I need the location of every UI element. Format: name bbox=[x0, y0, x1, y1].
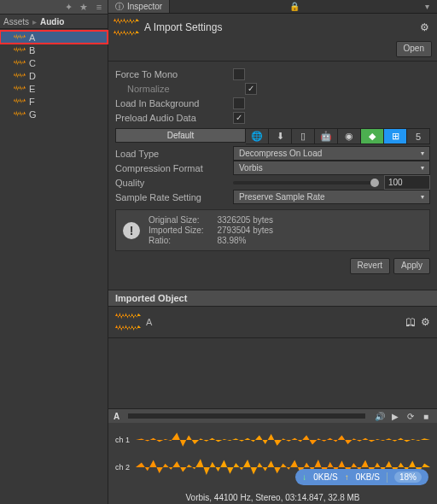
ratio-value: 83.98% bbox=[217, 236, 273, 245]
tree-item-label: D bbox=[29, 71, 36, 81]
tab-xbox[interactable]: ◆ bbox=[361, 128, 384, 144]
tab-standalone[interactable]: 🌐 bbox=[246, 128, 269, 144]
load-type-label: Load Type bbox=[115, 149, 226, 159]
tab-ios[interactable]: ▯ bbox=[292, 128, 315, 144]
sample-rate-label: Sample Rate Setting bbox=[115, 192, 226, 202]
tree-item-a[interactable]: A bbox=[0, 31, 108, 44]
tab-bar: ⓘ Inspector 🔒 ▾ bbox=[108, 0, 437, 14]
audio-clip-icon bbox=[115, 312, 141, 332]
tree-item-g[interactable]: G bbox=[0, 108, 108, 120]
sample-rate-dropdown[interactable]: Preserve Sample Rate bbox=[233, 190, 430, 204]
revert-button[interactable]: Revert bbox=[350, 258, 390, 274]
favorite-icon[interactable]: ★ bbox=[79, 2, 89, 12]
upload-arrow-icon: ↑ bbox=[345, 472, 349, 482]
tree-item-label: G bbox=[29, 109, 37, 120]
open-button[interactable]: Open bbox=[396, 41, 432, 57]
tree-item-e[interactable]: E bbox=[0, 82, 108, 95]
download-arrow-icon: ↓ bbox=[302, 472, 306, 482]
tab-webgl[interactable]: 5 bbox=[407, 128, 430, 144]
play-icon[interactable]: ▶ bbox=[389, 410, 401, 422]
inspector-panel: ⓘ Inspector 🔒 ▾ A Import Settings ⚙ Open… bbox=[108, 0, 437, 504]
gear-icon[interactable]: ⚙ bbox=[421, 316, 430, 328]
tree-item-f[interactable]: F bbox=[0, 95, 108, 108]
audio-clip-icon bbox=[114, 17, 139, 38]
normalize-label: Normalize bbox=[115, 84, 238, 94]
audio-clip-icon bbox=[14, 59, 26, 67]
breadcrumb-folder[interactable]: Audio bbox=[40, 17, 64, 26]
breadcrumb-sep-icon: ▸ bbox=[32, 17, 37, 26]
tree-item-c[interactable]: C bbox=[0, 56, 108, 69]
imported-preview: A 🕮 ⚙ bbox=[108, 307, 437, 337]
audio-clip-icon bbox=[14, 110, 26, 119]
overlay-percent: 18% bbox=[394, 472, 422, 483]
load-type-dropdown[interactable]: Decompress On Load bbox=[233, 146, 430, 161]
network-overlay: ↓ 0KB/S ↑ 0KB/S 18% bbox=[295, 469, 428, 485]
channel-1-label: ch 1 bbox=[115, 436, 132, 444]
transport-bar: A 🔊 ▶ ⟳ ■ bbox=[108, 408, 437, 423]
preload-label: Preload Audio Data bbox=[115, 113, 226, 123]
force-to-mono-label: Force To Mono bbox=[115, 69, 226, 79]
tab-android[interactable]: 🤖 bbox=[315, 128, 338, 144]
help-icon[interactable]: 🕮 bbox=[405, 316, 416, 328]
audio-format-footer: Vorbis, 44100 Hz, Stereo, 03:14.847, 32.… bbox=[108, 491, 437, 504]
imported-object-header: Imported Object bbox=[108, 290, 437, 307]
lock-icon[interactable]: 🔒 bbox=[288, 1, 300, 13]
orig-size-value: 3326205 bytes bbox=[217, 215, 273, 225]
upload-speed: 0KB/S bbox=[356, 472, 380, 482]
preview-name: A bbox=[146, 317, 152, 327]
create-icon[interactable]: ✦ bbox=[63, 2, 73, 12]
comp-fmt-dropdown[interactable]: Vorbis bbox=[233, 161, 430, 175]
dropdown-value: Preserve Sample Rate bbox=[239, 192, 325, 202]
normalize-checkbox: ✓ bbox=[245, 83, 257, 95]
preload-checkbox[interactable]: ✓ bbox=[233, 112, 245, 124]
tab-inspector[interactable]: ⓘ Inspector bbox=[108, 0, 170, 13]
tree-item-label: A bbox=[29, 32, 35, 43]
tree-item-label: F bbox=[29, 97, 35, 107]
dropdown-value: Vorbis bbox=[239, 163, 263, 173]
tab-download-icon[interactable]: ⬇ bbox=[269, 128, 292, 144]
breadcrumb-root[interactable]: Assets bbox=[3, 17, 29, 26]
audio-clip-icon bbox=[14, 33, 26, 42]
tree-item-label: B bbox=[29, 45, 35, 56]
gear-icon[interactable]: ⚙ bbox=[420, 21, 432, 33]
context-menu-icon[interactable]: ▾ bbox=[422, 1, 434, 13]
info-icon: ! bbox=[123, 222, 140, 239]
audio-clip-icon bbox=[14, 72, 26, 80]
audio-clip-icon bbox=[14, 97, 26, 106]
orig-size-label: Original Size: bbox=[149, 215, 203, 225]
channel-2-label: ch 2 bbox=[115, 463, 132, 472]
tree-item-d[interactable]: D bbox=[0, 69, 108, 82]
load-bg-label: Load In Background bbox=[115, 98, 226, 108]
tab-default[interactable]: Default bbox=[115, 128, 246, 143]
imp-size-value: 2793504 bytes bbox=[217, 226, 273, 235]
tree-item-label: C bbox=[29, 58, 36, 68]
size-info-box: ! Original Size: Imported Size: Ratio: 3… bbox=[115, 209, 430, 251]
tab-tizen[interactable]: ◉ bbox=[338, 128, 361, 144]
progress-scrubber[interactable] bbox=[128, 413, 365, 419]
download-speed: 0KB/S bbox=[313, 472, 337, 482]
quality-label: Quality bbox=[115, 178, 226, 188]
tree-item-label: E bbox=[29, 84, 35, 94]
menu-icon[interactable]: ≡ bbox=[94, 2, 104, 12]
ratio-label: Ratio: bbox=[149, 236, 203, 245]
project-toolbar: ✦ ★ ≡ bbox=[0, 0, 108, 15]
loop-icon[interactable]: ⟳ bbox=[405, 410, 417, 422]
imp-size-label: Imported Size: bbox=[149, 226, 203, 235]
load-bg-checkbox[interactable] bbox=[233, 97, 245, 109]
breadcrumb[interactable]: Assets ▸ Audio bbox=[0, 15, 108, 29]
dropdown-value: Decompress On Load bbox=[239, 149, 322, 158]
tree-item-b[interactable]: B bbox=[0, 44, 108, 56]
project-panel: ✦ ★ ≡ Assets ▸ Audio A B C D E F G bbox=[0, 0, 108, 504]
asset-header: A Import Settings ⚙ bbox=[108, 14, 437, 41]
quality-input[interactable] bbox=[384, 175, 430, 190]
import-settings: Force To Mono Normalize✓ Load In Backgro… bbox=[108, 62, 437, 281]
comp-fmt-label: Compression Format bbox=[115, 163, 226, 173]
speaker-icon[interactable]: 🔊 bbox=[374, 410, 386, 422]
stop-icon[interactable]: ■ bbox=[420, 410, 432, 422]
channel-1-waveform bbox=[136, 428, 430, 452]
tab-windows[interactable]: ⊞ bbox=[384, 128, 407, 144]
page-title: A Import Settings bbox=[144, 21, 222, 33]
quality-slider[interactable] bbox=[233, 181, 379, 185]
apply-button[interactable]: Apply bbox=[393, 258, 430, 274]
force-to-mono-checkbox[interactable] bbox=[233, 68, 245, 80]
